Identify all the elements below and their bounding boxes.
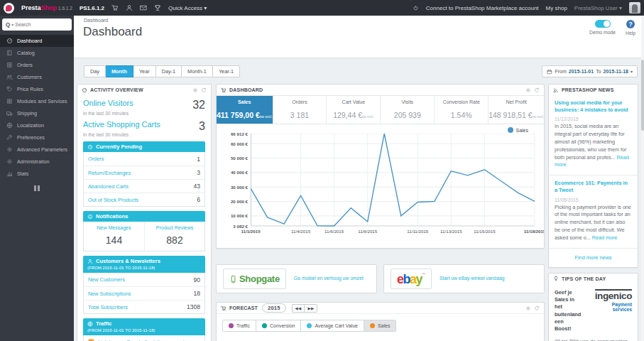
customer-icon[interactable] bbox=[126, 4, 133, 11]
out-of-stock-products-link[interactable]: Out of Stock Products bbox=[88, 197, 138, 203]
badges-icon[interactable] bbox=[154, 4, 161, 11]
refresh-icon[interactable] bbox=[534, 305, 540, 311]
sidebar-item-administration[interactable]: Administration bbox=[0, 156, 74, 168]
forecast-next-button[interactable]: ▶▶ bbox=[304, 304, 317, 313]
forecast-legend-sales[interactable]: Sales bbox=[364, 320, 396, 331]
my-shop-link[interactable]: My shop bbox=[546, 5, 567, 11]
table-row: Out of Stock Products6 bbox=[84, 193, 204, 206]
metric-orders[interactable]: Orders3 181 bbox=[273, 96, 327, 124]
search-scope-selector[interactable]: Q bbox=[6, 21, 10, 28]
wrench-icon bbox=[6, 134, 13, 141]
metric-label: Cart Value bbox=[327, 99, 380, 104]
breadcrumb[interactable]: Dashboard bbox=[84, 18, 108, 23]
forecast-legend-conversion[interactable]: Conversion bbox=[256, 320, 300, 331]
gear-icon[interactable] bbox=[525, 87, 531, 93]
sidebar-item-label: Administration bbox=[17, 158, 50, 165]
marketplace-link[interactable]: Connect to PrestaShop Marketplace accoun… bbox=[426, 5, 539, 11]
refresh-icon[interactable] bbox=[534, 87, 540, 93]
tab-month-1[interactable]: Month-1 bbox=[182, 65, 213, 77]
product-reviews-link[interactable]: Product Reviews bbox=[146, 225, 203, 230]
brand-link[interactable]: PrestaShop1.6.1.2 bbox=[21, 4, 72, 11]
sidebar-item-orders[interactable]: Orders bbox=[0, 59, 74, 71]
sidebar-item-preferences[interactable]: Preferences bbox=[0, 131, 74, 144]
forecast-panel: FORECAST 2015 ◀◀ ▶▶ TrafficConversionAve… bbox=[216, 302, 545, 341]
return-exchanges-link[interactable]: Return/Exchanges bbox=[88, 170, 131, 176]
x-axis-tick: 11/18/2015 bbox=[524, 229, 545, 234]
customers-icon bbox=[6, 74, 13, 80]
sidebar-item-modules-and-services[interactable]: Modules and Services bbox=[0, 95, 74, 107]
user-menu[interactable]: PrestaShop User ▾ bbox=[574, 5, 622, 11]
new-subscriptions-link[interactable]: New Subscriptions bbox=[88, 291, 131, 297]
news-article-title[interactable]: Using social media for your business: 4 … bbox=[555, 99, 632, 114]
scrollbar-thumb[interactable] bbox=[641, 60, 644, 131]
stats-icon bbox=[6, 170, 13, 177]
y-axis-tick: 66 912 € bbox=[217, 131, 248, 136]
search-input[interactable] bbox=[15, 22, 56, 27]
messages-icon[interactable] bbox=[140, 4, 147, 11]
prestashop-logo-icon[interactable] bbox=[4, 3, 14, 13]
x-axis-tick: 11/11/2015 bbox=[407, 229, 428, 234]
sidebar-item-label: Shipping bbox=[17, 110, 37, 117]
cart-icon[interactable] bbox=[111, 4, 119, 11]
table-row: New Subscriptions18 bbox=[84, 286, 204, 300]
forecast-prev-button[interactable]: ◀◀ bbox=[292, 304, 305, 313]
help-icon[interactable]: ? bbox=[626, 20, 635, 28]
demo-mode-toggle[interactable] bbox=[595, 20, 611, 28]
metric-sales[interactable]: Sales411 759,00 €tax excl. bbox=[217, 96, 273, 124]
google-analytics-link[interactable]: Link to your Google Analytics account bbox=[98, 339, 185, 341]
collapse-menu-button[interactable] bbox=[33, 185, 40, 191]
find-more-news-link[interactable]: Find more news bbox=[549, 249, 638, 267]
sidebar-item-stats[interactable]: Stats bbox=[0, 168, 74, 180]
sidebar-item-catalog[interactable]: Catalog bbox=[0, 47, 74, 59]
metric-visits[interactable]: Visits205 939 bbox=[381, 96, 435, 124]
page-scrollbar[interactable] bbox=[641, 16, 644, 341]
tab-day-1[interactable]: Day-1 bbox=[156, 65, 182, 77]
tab-year-1[interactable]: Year-1 bbox=[213, 65, 240, 77]
sidebar-item-customers[interactable]: Customers bbox=[0, 71, 74, 83]
date-range-picker[interactable]: From 2015-11-01 To 2015-11-18 ▾ bbox=[542, 65, 638, 77]
metric-cart-value[interactable]: Cart Value129,44 €tax excl. bbox=[327, 96, 381, 124]
topbar: PrestaShop1.6.1.2 PS1.6.1.2 Quick Access… bbox=[0, 0, 644, 16]
abandoned-carts-link[interactable]: Abandoned Carts bbox=[88, 183, 129, 190]
legend-dot bbox=[508, 127, 513, 133]
active-carts-link[interactable]: Active Shopping Carts bbox=[83, 120, 160, 129]
calendar-icon bbox=[547, 69, 552, 75]
activity-title: ACTIVITY OVERVIEW bbox=[90, 87, 143, 92]
forecast-legend-traffic[interactable]: Traffic bbox=[223, 320, 256, 331]
tab-day[interactable]: Day bbox=[84, 65, 106, 77]
refresh-icon[interactable] bbox=[201, 87, 207, 93]
sidebar-item-dashboard[interactable]: Dashboard bbox=[0, 35, 74, 47]
user-avatar[interactable] bbox=[629, 2, 640, 13]
orders-link[interactable]: Orders bbox=[88, 156, 104, 162]
new-customers-link[interactable]: New Customers bbox=[88, 276, 125, 283]
sidebar-search[interactable]: Q ▾ bbox=[2, 18, 72, 31]
total-subscribers-link[interactable]: Total Subscribers bbox=[88, 304, 128, 310]
gear-icon[interactable] bbox=[525, 305, 531, 311]
metric-net-profit[interactable]: Net Profit148 918,51 €tax excl. bbox=[489, 96, 544, 124]
tab-month[interactable]: Month bbox=[106, 65, 133, 77]
shopgate-ad[interactable]: Shopgate Ga mobiel en verhoog uw omzet bbox=[216, 264, 377, 293]
chart-legend[interactable]: Sales bbox=[508, 127, 528, 133]
gear-icon[interactable] bbox=[192, 87, 198, 93]
truck-icon bbox=[6, 110, 13, 117]
metric-conversion-rate[interactable]: Conversion Rate1.54% bbox=[435, 96, 489, 124]
x-axis-tick: 11/4/2015 bbox=[291, 229, 310, 234]
news-article-title[interactable]: Ecommerce 101: Payments in a Tweet bbox=[555, 180, 632, 194]
sidebar-item-localization[interactable]: Localization bbox=[0, 119, 74, 131]
tab-year[interactable]: Year bbox=[133, 65, 156, 77]
sidebar-item-price-rules[interactable]: Price Rules bbox=[0, 83, 74, 95]
sidebar-item-advanced-parameters[interactable]: Advanced Parameters bbox=[0, 144, 74, 156]
ebay-ad[interactable]: ebay™ Start uw eBay-winkel vandaag bbox=[383, 264, 545, 293]
person-icon bbox=[87, 259, 93, 264]
legend-dot bbox=[262, 323, 267, 328]
new-messages-link[interactable]: New Messages bbox=[85, 225, 143, 230]
sidebar-item-label: Orders bbox=[17, 62, 33, 68]
legend-label: Average Cart Value bbox=[315, 323, 357, 328]
online-visitors-link[interactable]: Online Visitors bbox=[83, 99, 133, 107]
shopgate-link[interactable]: Ga mobiel en verhoog uw omzet bbox=[294, 276, 364, 282]
forecast-legend-average-cart-value[interactable]: Average Cart Value bbox=[300, 320, 363, 331]
read-more-link[interactable]: Read more bbox=[592, 234, 618, 241]
ebay-link[interactable]: Start uw eBay-winkel vandaag bbox=[440, 276, 504, 282]
quick-access-menu[interactable]: Quick Access ▾ bbox=[168, 5, 207, 11]
sidebar-item-shipping[interactable]: Shipping bbox=[0, 107, 74, 119]
